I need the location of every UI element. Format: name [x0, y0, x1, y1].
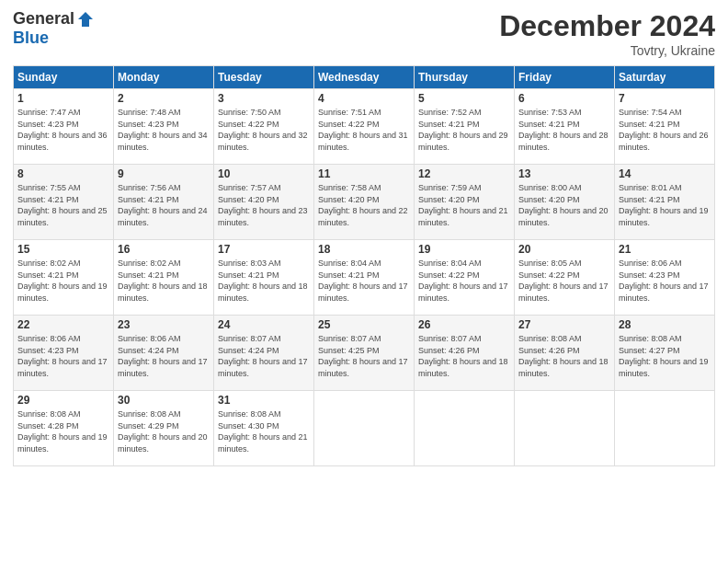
cell-info: Sunrise: 8:00 AMSunset: 4:20 PMDaylight:…: [518, 182, 610, 228]
cell-info: Sunrise: 8:07 AMSunset: 4:26 PMDaylight:…: [418, 333, 510, 379]
location: Tovtry, Ukraine: [499, 43, 715, 58]
logo: General Blue: [13, 9, 95, 48]
cell-info: Sunrise: 8:08 AMSunset: 4:29 PMDaylight:…: [118, 408, 210, 454]
col-saturday: Saturday: [615, 66, 715, 89]
calendar-cell: 21Sunrise: 8:06 AMSunset: 4:23 PMDayligh…: [615, 240, 715, 316]
logo-blue: Blue: [13, 29, 49, 48]
calendar-cell: [515, 391, 615, 466]
svg-marker-0: [78, 12, 93, 27]
week-row-4: 22Sunrise: 8:06 AMSunset: 4:23 PMDayligh…: [14, 316, 715, 391]
cell-info: Sunrise: 8:08 AMSunset: 4:30 PMDaylight:…: [218, 408, 310, 454]
cell-info: Sunrise: 8:04 AMSunset: 4:21 PMDaylight:…: [318, 258, 410, 304]
calendar-cell: 16Sunrise: 8:02 AMSunset: 4:21 PMDayligh…: [114, 240, 214, 316]
cell-info: Sunrise: 8:02 AMSunset: 4:21 PMDaylight:…: [118, 258, 210, 304]
calendar-cell: 19Sunrise: 8:04 AMSunset: 4:22 PMDayligh…: [415, 240, 515, 316]
calendar-cell: 3Sunrise: 7:50 AMSunset: 4:22 PMDaylight…: [214, 89, 314, 165]
day-number: 5: [418, 92, 510, 105]
calendar-cell: 27Sunrise: 8:08 AMSunset: 4:26 PMDayligh…: [515, 316, 615, 391]
calendar-cell: 17Sunrise: 8:03 AMSunset: 4:21 PMDayligh…: [214, 240, 314, 316]
cell-info: Sunrise: 7:50 AMSunset: 4:22 PMDaylight:…: [218, 107, 310, 153]
calendar-cell: 10Sunrise: 7:57 AMSunset: 4:20 PMDayligh…: [214, 165, 314, 240]
calendar-cell: 25Sunrise: 8:07 AMSunset: 4:25 PMDayligh…: [314, 316, 415, 391]
calendar-cell: 13Sunrise: 8:00 AMSunset: 4:20 PMDayligh…: [515, 165, 615, 240]
calendar-cell: 9Sunrise: 7:56 AMSunset: 4:21 PMDaylight…: [114, 165, 214, 240]
cell-info: Sunrise: 7:57 AMSunset: 4:20 PMDaylight:…: [218, 182, 310, 228]
cell-info: Sunrise: 7:59 AMSunset: 4:20 PMDaylight:…: [418, 182, 510, 228]
calendar-cell: 14Sunrise: 8:01 AMSunset: 4:21 PMDayligh…: [615, 165, 715, 240]
cell-info: Sunrise: 8:08 AMSunset: 4:26 PMDaylight:…: [518, 333, 610, 379]
calendar-cell: 28Sunrise: 8:08 AMSunset: 4:27 PMDayligh…: [615, 316, 715, 391]
day-number: 10: [218, 167, 310, 180]
cell-info: Sunrise: 7:48 AMSunset: 4:23 PMDaylight:…: [118, 107, 210, 153]
calendar-cell: 12Sunrise: 7:59 AMSunset: 4:20 PMDayligh…: [415, 165, 515, 240]
logo-general: General: [13, 9, 74, 29]
calendar-cell: 30Sunrise: 8:08 AMSunset: 4:29 PMDayligh…: [114, 391, 214, 466]
calendar-cell: [615, 391, 715, 466]
header: General Blue December 2024 Tovtry, Ukrai…: [13, 9, 715, 58]
day-number: 16: [118, 243, 210, 256]
week-row-3: 15Sunrise: 8:02 AMSunset: 4:21 PMDayligh…: [14, 240, 715, 316]
day-number: 3: [218, 92, 310, 105]
calendar-cell: 8Sunrise: 7:55 AMSunset: 4:21 PMDaylight…: [14, 165, 114, 240]
day-number: 23: [118, 318, 210, 331]
calendar-cell: 20Sunrise: 8:05 AMSunset: 4:22 PMDayligh…: [515, 240, 615, 316]
day-number: 15: [17, 243, 109, 256]
cell-info: Sunrise: 8:01 AMSunset: 4:21 PMDaylight:…: [619, 182, 711, 228]
cell-info: Sunrise: 8:07 AMSunset: 4:25 PMDaylight:…: [318, 333, 410, 379]
week-row-5: 29Sunrise: 8:08 AMSunset: 4:28 PMDayligh…: [14, 391, 715, 466]
logo-icon: [76, 10, 95, 29]
day-number: 14: [619, 167, 711, 180]
col-tuesday: Tuesday: [214, 66, 314, 89]
main-container: General Blue December 2024 Tovtry, Ukrai…: [0, 0, 728, 472]
calendar-cell: 2Sunrise: 7:48 AMSunset: 4:23 PMDaylight…: [114, 89, 214, 165]
cell-info: Sunrise: 7:51 AMSunset: 4:22 PMDaylight:…: [318, 107, 410, 153]
day-number: 13: [518, 167, 610, 180]
day-number: 17: [218, 243, 310, 256]
cell-info: Sunrise: 7:58 AMSunset: 4:20 PMDaylight:…: [318, 182, 410, 228]
week-row-2: 8Sunrise: 7:55 AMSunset: 4:21 PMDaylight…: [14, 165, 715, 240]
col-sunday: Sunday: [14, 66, 114, 89]
col-thursday: Thursday: [415, 66, 515, 89]
day-number: 25: [318, 318, 410, 331]
calendar-cell: 5Sunrise: 7:52 AMSunset: 4:21 PMDaylight…: [415, 89, 515, 165]
day-number: 8: [17, 167, 109, 180]
day-number: 22: [17, 318, 109, 331]
day-number: 2: [118, 92, 210, 105]
week-row-1: 1Sunrise: 7:47 AMSunset: 4:23 PMDaylight…: [14, 89, 715, 165]
cell-info: Sunrise: 8:04 AMSunset: 4:22 PMDaylight:…: [418, 258, 510, 304]
cell-info: Sunrise: 7:56 AMSunset: 4:21 PMDaylight:…: [118, 182, 210, 228]
calendar-cell: 31Sunrise: 8:08 AMSunset: 4:30 PMDayligh…: [214, 391, 314, 466]
cell-info: Sunrise: 8:06 AMSunset: 4:23 PMDaylight:…: [17, 333, 109, 379]
day-number: 1: [17, 92, 109, 105]
calendar-cell: 24Sunrise: 8:07 AMSunset: 4:24 PMDayligh…: [214, 316, 314, 391]
day-number: 26: [418, 318, 510, 331]
day-number: 19: [418, 243, 510, 256]
calendar-cell: 11Sunrise: 7:58 AMSunset: 4:20 PMDayligh…: [314, 165, 415, 240]
calendar-cell: 7Sunrise: 7:54 AMSunset: 4:21 PMDaylight…: [615, 89, 715, 165]
cell-info: Sunrise: 8:03 AMSunset: 4:21 PMDaylight:…: [218, 258, 310, 304]
calendar-cell: 6Sunrise: 7:53 AMSunset: 4:21 PMDaylight…: [515, 89, 615, 165]
col-friday: Friday: [515, 66, 615, 89]
day-number: 21: [619, 243, 711, 256]
cell-info: Sunrise: 8:07 AMSunset: 4:24 PMDaylight:…: [218, 333, 310, 379]
header-row: Sunday Monday Tuesday Wednesday Thursday…: [14, 66, 715, 89]
day-number: 24: [218, 318, 310, 331]
cell-info: Sunrise: 8:08 AMSunset: 4:27 PMDaylight:…: [619, 333, 711, 379]
cell-info: Sunrise: 8:06 AMSunset: 4:24 PMDaylight:…: [118, 333, 210, 379]
calendar-cell: 15Sunrise: 8:02 AMSunset: 4:21 PMDayligh…: [14, 240, 114, 316]
calendar-cell: [415, 391, 515, 466]
day-number: 11: [318, 167, 410, 180]
cell-info: Sunrise: 7:54 AMSunset: 4:21 PMDaylight:…: [619, 107, 711, 153]
day-number: 7: [619, 92, 711, 105]
day-number: 18: [318, 243, 410, 256]
calendar-cell: 22Sunrise: 8:06 AMSunset: 4:23 PMDayligh…: [14, 316, 114, 391]
cell-info: Sunrise: 7:47 AMSunset: 4:23 PMDaylight:…: [17, 107, 109, 153]
day-number: 27: [518, 318, 610, 331]
day-number: 6: [518, 92, 610, 105]
col-monday: Monday: [114, 66, 214, 89]
calendar-cell: 1Sunrise: 7:47 AMSunset: 4:23 PMDaylight…: [14, 89, 114, 165]
calendar-table: Sunday Monday Tuesday Wednesday Thursday…: [13, 65, 715, 466]
col-wednesday: Wednesday: [314, 66, 415, 89]
day-number: 30: [118, 394, 210, 407]
day-number: 12: [418, 167, 510, 180]
